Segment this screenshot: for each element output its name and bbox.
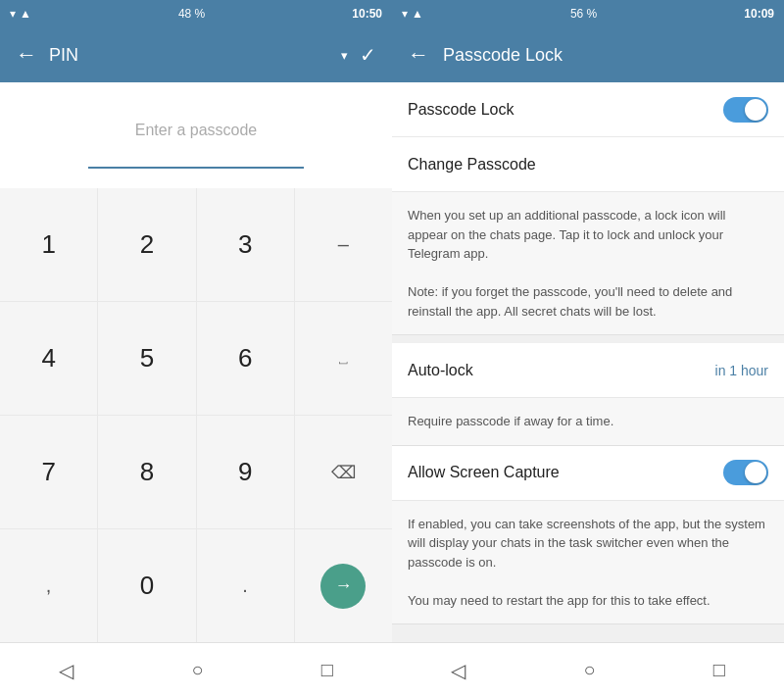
back-button-right[interactable]: ← [408, 42, 429, 68]
passcode-area: Enter a passcode [0, 82, 392, 188]
screen-capture-label: Allow Screen Capture [408, 464, 560, 481]
passcode-note-text: Note: if you forget the passcode, you'll… [408, 284, 732, 319]
key-comma[interactable]: , [0, 529, 97, 642]
auto-lock-row[interactable]: Auto-lock in 1 hour [392, 343, 784, 398]
key-5[interactable]: 5 [98, 302, 195, 415]
nav-home-left[interactable]: ○ [191, 659, 203, 681]
screen-capture-info-text: If enabled, you can take screenshots of … [408, 517, 765, 570]
nav-recent-right[interactable]: □ [713, 659, 725, 681]
nav-back-left[interactable]: ◁ [59, 659, 74, 682]
key-3[interactable]: 3 [197, 188, 294, 301]
back-button-left[interactable]: ← [16, 42, 37, 68]
nav-bar-right: ◁ ○ □ [392, 642, 784, 697]
passcode-lock-row: Passcode Lock [392, 82, 784, 137]
passcode-info-box: When you set up an additional passcode, … [392, 192, 784, 335]
settings-content: Passcode Lock Change Passcode When you s… [392, 82, 784, 642]
status-icons-left: ▾ ▲ [10, 7, 31, 21]
key-space[interactable]: ⎵ [295, 302, 392, 415]
status-bar-left: ▾ ▲ 48 % 10:50 [0, 0, 392, 27]
wifi-icon: ▾ [10, 7, 16, 21]
key-delete[interactable]: ⌫ [295, 416, 392, 528]
key-1[interactable]: 1 [0, 188, 97, 301]
key-go[interactable]: → [295, 529, 392, 642]
key-7[interactable]: 7 [0, 416, 97, 528]
nav-home-right[interactable]: ○ [583, 659, 595, 681]
battery-right: 56 % [570, 7, 597, 21]
nav-bar-left: ◁ ○ □ [0, 642, 392, 697]
signal-icon-right: ▲ [412, 7, 423, 21]
dropdown-arrow[interactable]: ▾ [341, 48, 348, 63]
divider-1 [392, 335, 784, 343]
confirm-checkmark[interactable]: ✓ [360, 43, 376, 67]
nav-recent-left[interactable]: □ [321, 659, 333, 681]
battery-left: 48 % [178, 7, 205, 21]
passcode-lock-label: Passcode Lock [408, 101, 514, 119]
header-right: ← Passcode Lock [392, 27, 784, 82]
screen-capture-toggle[interactable] [723, 460, 768, 485]
keypad: 1 2 3 – 4 5 6 ⎵ 7 8 9 ⌫ , 0 . → [0, 188, 392, 642]
passcode-label: Enter a passcode [135, 122, 258, 139]
change-passcode-row[interactable]: Change Passcode [392, 137, 784, 192]
header-title-right: Passcode Lock [443, 45, 563, 66]
key-6[interactable]: 6 [197, 302, 294, 415]
wifi-icon-right: ▾ [402, 7, 408, 21]
key-2[interactable]: 2 [98, 188, 195, 301]
auto-lock-label: Auto-lock [408, 362, 473, 379]
header-left: ← PIN ▾ ✓ [0, 27, 392, 82]
key-period[interactable]: . [197, 529, 294, 642]
passcode-input-line[interactable] [88, 167, 304, 169]
passcode-lock-toggle[interactable] [723, 97, 768, 123]
header-title-left: PIN [49, 45, 329, 66]
auto-lock-info-text: Require passcode if away for a time. [408, 414, 613, 428]
right-panel: ▾ ▲ 56 % 10:09 ← Passcode Lock Passcode … [392, 0, 784, 697]
key-0[interactable]: 0 [98, 529, 195, 642]
screen-capture-row: Allow Screen Capture [392, 446, 784, 501]
signal-icon: ▲ [20, 7, 31, 21]
key-9[interactable]: 9 [197, 416, 294, 528]
time-right: 10:09 [744, 7, 774, 21]
status-icons-right: ▾ ▲ [402, 7, 423, 21]
status-bar-right: ▾ ▲ 56 % 10:09 [392, 0, 784, 27]
auto-lock-info-box: Require passcode if away for a time. [392, 398, 784, 446]
nav-back-right[interactable]: ◁ [451, 659, 466, 682]
auto-lock-value: in 1 hour [715, 363, 768, 378]
passcode-info-text: When you set up an additional passcode, … [408, 208, 725, 261]
time-left: 10:50 [352, 7, 382, 21]
key-8[interactable]: 8 [98, 416, 195, 528]
screen-capture-note-text: You may need to restart the app for this… [408, 593, 710, 608]
screen-capture-info-box: If enabled, you can take screenshots of … [392, 501, 784, 625]
key-minus[interactable]: – [295, 188, 392, 301]
key-4[interactable]: 4 [0, 302, 97, 415]
change-passcode-label: Change Passcode [408, 156, 536, 174]
left-panel: ▾ ▲ 48 % 10:50 ← PIN ▾ ✓ Enter a passcod… [0, 0, 392, 697]
